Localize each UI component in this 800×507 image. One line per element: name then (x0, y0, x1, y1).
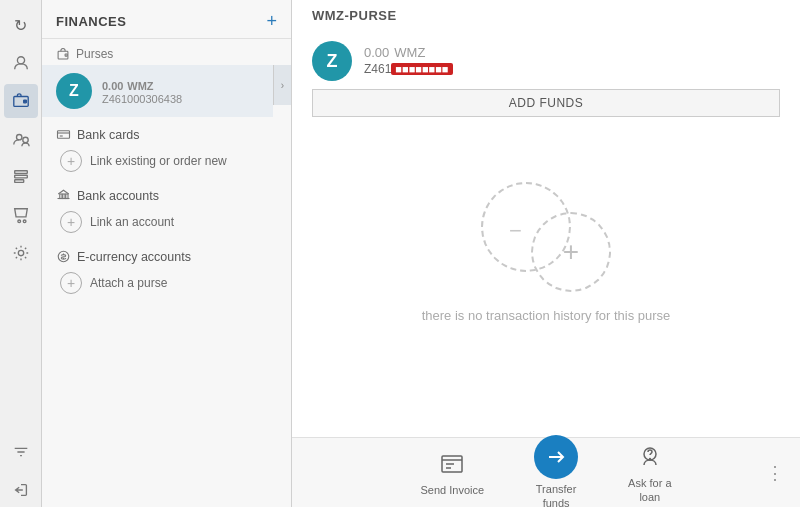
svg-point-0 (17, 57, 24, 64)
link-account-button[interactable]: + Link an account (56, 207, 277, 237)
svg-point-3 (16, 135, 21, 140)
transfer-funds-icon (534, 435, 578, 479)
svg-rect-15 (63, 194, 65, 199)
finances-panel: FINANCES + Purses Z 0.00 WMZ Z4610003064… (42, 0, 292, 507)
purse-item[interactable]: Z 0.00 WMZ Z461000306438 (42, 65, 273, 117)
bank-accounts-title: Bank accounts (56, 184, 277, 207)
add-funds-button[interactable]: ADD FUNDS (312, 89, 780, 117)
settings-icon-btn[interactable] (4, 236, 38, 270)
filter-icon-btn[interactable] (4, 435, 38, 469)
purse-id: Z461000306438 (102, 93, 182, 105)
logout-icon-btn[interactable] (4, 473, 38, 507)
empty-circles-graphic: − + (481, 182, 611, 292)
purse-detail-info: 0.00 WMZ Z461■■■■■■■■ (364, 41, 780, 76)
refresh-icon-btn[interactable]: ↻ (4, 8, 38, 42)
svg-rect-6 (14, 175, 27, 178)
purse-id-redacted: ■■■■■■■■ (391, 63, 452, 75)
send-invoice-label: Send Invoice (420, 484, 484, 497)
bank-cards-title: Bank cards (56, 123, 277, 146)
circle-plus-icon-3: + (60, 272, 82, 294)
svg-rect-2 (23, 100, 26, 103)
svg-point-8 (17, 220, 20, 223)
shop-icon-btn[interactable] (4, 198, 38, 232)
history-icon-btn[interactable] (4, 160, 38, 194)
ecurrency-icon (56, 249, 71, 264)
link-card-label: Link existing or order new (90, 154, 227, 168)
svg-rect-16 (66, 194, 68, 199)
purse-balance: 0.00 WMZ (102, 77, 182, 93)
empty-state: − + there is no transaction history for … (292, 127, 800, 437)
ecurrency-section: E-currency accounts + Attach a purse (42, 239, 291, 300)
add-funds-bar: ADD FUNDS (292, 81, 800, 127)
bottom-toolbar: Send Invoice Transferfunds Ask for aloan (292, 437, 800, 507)
send-invoice-icon (436, 448, 468, 480)
ecurrency-title: E-currency accounts (56, 245, 277, 268)
purse-main-header: WMZ-PURSE Z 0.00 WMZ Z461■■■■■■■■ ADD FU… (292, 0, 800, 127)
svg-rect-13 (58, 131, 70, 139)
svg-rect-5 (14, 171, 27, 174)
svg-rect-12 (65, 54, 67, 56)
minus-symbol: − (509, 218, 522, 244)
bank-card-icon (56, 127, 71, 142)
bank-accounts-section: Bank accounts + Link an account (42, 178, 291, 239)
main-purse-id: Z461■■■■■■■■ (364, 62, 780, 76)
transfer-funds-label: Transferfunds (536, 483, 577, 507)
profile-icon-btn[interactable] (4, 46, 38, 80)
circle-plus-icon: + (60, 150, 82, 172)
svg-rect-14 (60, 194, 62, 199)
purse-detail-header: Z 0.00 WMZ Z461■■■■■■■■ (292, 27, 800, 81)
finances-header: FINANCES + (42, 0, 291, 39)
attach-purse-label: Attach a purse (90, 276, 167, 290)
send-invoice-button[interactable]: Send Invoice (410, 442, 494, 503)
contacts-icon-btn[interactable] (4, 122, 38, 156)
finances-title: FINANCES (56, 14, 126, 29)
bank-account-icon (56, 188, 71, 203)
plus-symbol: + (563, 238, 579, 266)
svg-rect-7 (14, 180, 23, 183)
attach-purse-button[interactable]: + Attach a purse (56, 268, 277, 298)
finances-add-button[interactable]: + (266, 12, 277, 30)
sidebar-icons-panel: ↻ (0, 0, 42, 507)
more-options-button[interactable]: ⋮ (766, 462, 784, 484)
link-account-label: Link an account (90, 215, 174, 229)
purses-section-label: Purses (42, 39, 291, 65)
svg-point-20 (649, 459, 650, 460)
svg-point-9 (23, 220, 26, 223)
ask-loan-button[interactable]: Ask for aloan (618, 435, 681, 507)
svg-point-4 (22, 137, 27, 142)
svg-point-10 (18, 250, 23, 255)
empty-state-text: there is no transaction history for this… (422, 308, 671, 323)
ask-loan-label: Ask for aloan (628, 477, 671, 503)
collapse-arrow[interactable]: › (273, 65, 291, 105)
inner-dashed-circle: + (531, 212, 611, 292)
purse-item-row[interactable]: Z 0.00 WMZ Z461000306438 › (42, 65, 291, 117)
circle-plus-icon-2: + (60, 211, 82, 233)
wmz-purse-title: WMZ-PURSE (312, 8, 780, 23)
transfer-funds-button[interactable]: Transferfunds (524, 429, 588, 507)
main-purse-avatar: Z (312, 41, 352, 81)
main-purse-balance: 0.00 WMZ (364, 41, 780, 62)
bank-cards-section: Bank cards + Link existing or order new (42, 117, 291, 178)
ask-loan-icon (634, 441, 666, 473)
svg-rect-11 (58, 51, 68, 59)
purse-icon (56, 47, 70, 61)
wallet-icon-btn[interactable] (4, 84, 38, 118)
purse-avatar: Z (56, 73, 92, 109)
link-card-button[interactable]: + Link existing or order new (56, 146, 277, 176)
main-content: WMZ-PURSE Z 0.00 WMZ Z461■■■■■■■■ ADD FU… (292, 0, 800, 507)
purse-info: 0.00 WMZ Z461000306438 (102, 77, 182, 105)
